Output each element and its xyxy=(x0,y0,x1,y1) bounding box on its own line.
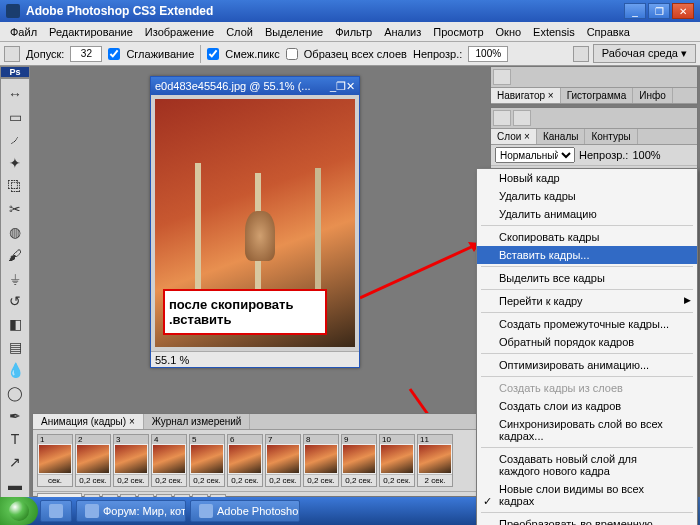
animation-frame[interactable]: 70,2 сек. xyxy=(265,434,301,487)
wand-tool-icon[interactable]: ✦ xyxy=(4,152,26,174)
frame-delay[interactable]: 0,2 сек. xyxy=(342,474,376,486)
panel-icon[interactable] xyxy=(493,69,511,85)
workspace-button[interactable]: Рабочая среда ▾ xyxy=(593,44,696,63)
tolerance-input[interactable] xyxy=(70,46,102,62)
frame-delay[interactable]: 0,2 сек. xyxy=(304,474,338,486)
menu-analysis[interactable]: Анализ xyxy=(378,24,427,40)
frame-delay[interactable]: 0,2 сек. xyxy=(266,474,300,486)
frame-delay[interactable]: 0,2 сек. xyxy=(152,474,186,486)
animation-frame[interactable]: 20,2 сек. xyxy=(75,434,111,487)
frame-delay[interactable]: 0,2 сек. xyxy=(190,474,224,486)
document-titlebar[interactable]: e0d483e45546.jpg @ 55.1% (... _ ❐ ✕ xyxy=(151,77,359,95)
menu-item[interactable]: Удалить анимацию xyxy=(477,205,697,223)
start-button[interactable] xyxy=(0,497,38,525)
close-button[interactable]: ✕ xyxy=(672,3,694,19)
contiguous-checkbox[interactable] xyxy=(207,48,219,60)
blur-tool-icon[interactable]: 💧 xyxy=(4,359,26,381)
frame-delay[interactable]: 0,2 сек. xyxy=(380,474,414,486)
menu-item[interactable]: Преобразовать во временную шкалу xyxy=(477,515,697,525)
animation-frame[interactable]: 100,2 сек. xyxy=(379,434,415,487)
menu-item[interactable]: Оптимизировать анимацию... xyxy=(477,356,697,374)
eraser-tool-icon[interactable]: ◧ xyxy=(4,313,26,335)
menu-item[interactable]: Удалить кадры xyxy=(477,187,697,205)
tab-info[interactable]: Инфо xyxy=(633,88,673,103)
frame-delay[interactable]: сек. xyxy=(38,474,72,486)
move-tool-icon[interactable]: ↔ xyxy=(4,83,26,105)
maximize-button[interactable]: ❐ xyxy=(648,3,670,19)
task-button[interactable] xyxy=(40,500,72,522)
tab-channels[interactable]: Каналы xyxy=(537,129,586,144)
history-brush-icon[interactable]: ↺ xyxy=(4,290,26,312)
menu-image[interactable]: Изображение xyxy=(139,24,220,40)
menu-item[interactable]: Создавать новый слой для каждого нового … xyxy=(477,450,697,480)
menu-item[interactable]: Новые слои видимы во всех кадрах✓ xyxy=(477,480,697,510)
menu-file[interactable]: Файл xyxy=(4,24,43,40)
document-canvas[interactable]: после скопировать .вставить xyxy=(155,99,355,347)
menu-item[interactable]: Обратный порядок кадров xyxy=(477,333,697,351)
zoom-value[interactable]: 55.1 % xyxy=(155,354,189,366)
frame-delay[interactable]: 0,2 сек. xyxy=(114,474,148,486)
document-close-icon[interactable]: ✕ xyxy=(346,80,355,93)
animation-frame[interactable]: 1сек. xyxy=(37,434,73,487)
frame-delay[interactable]: 0,2 сек. xyxy=(228,474,262,486)
frame-delay[interactable]: 0,2 сек. xyxy=(76,474,110,486)
animation-frame[interactable]: 80,2 сек. xyxy=(303,434,339,487)
menu-help[interactable]: Справка xyxy=(581,24,636,40)
menu-window[interactable]: Окно xyxy=(490,24,528,40)
animation-frame[interactable]: 50,2 сек. xyxy=(189,434,225,487)
stamp-tool-icon[interactable]: ⏚ xyxy=(4,267,26,289)
tool-preset-icon[interactable] xyxy=(4,46,20,62)
menu-extensis[interactable]: Extensis xyxy=(527,24,581,40)
menu-select[interactable]: Выделение xyxy=(259,24,329,40)
task-button[interactable]: Adobe Photoshop CS... xyxy=(190,500,300,522)
marquee-tool-icon[interactable]: ▭ xyxy=(4,106,26,128)
menu-item[interactable]: Синхронизировать слой во всех кадрах... xyxy=(477,415,697,445)
all-layers-checkbox[interactable] xyxy=(286,48,298,60)
animation-frame[interactable]: 30,2 сек. xyxy=(113,434,149,487)
tab-measurements[interactable]: Журнал измерений xyxy=(144,414,251,429)
blend-mode-select[interactable]: Нормальный xyxy=(495,147,575,163)
document-maximize-icon[interactable]: ❐ xyxy=(336,80,346,93)
animation-frame[interactable]: 60,2 сек. xyxy=(227,434,263,487)
tab-animation[interactable]: Анимация (кадры) × xyxy=(33,414,144,429)
frame-delay[interactable]: 2 сек. xyxy=(418,474,452,486)
shape-tool-icon[interactable]: ▬ xyxy=(4,474,26,496)
dodge-tool-icon[interactable]: ◯ xyxy=(4,382,26,404)
slice-tool-icon[interactable]: ✂ xyxy=(4,198,26,220)
tab-navigator[interactable]: Навигатор × xyxy=(491,88,561,103)
menu-item[interactable]: Перейти к кадру▶ xyxy=(477,292,697,310)
menu-filter[interactable]: Фильтр xyxy=(329,24,378,40)
opacity-input[interactable] xyxy=(468,46,508,62)
brush-tool-icon[interactable]: 🖌 xyxy=(4,244,26,266)
tab-layers[interactable]: Слои × xyxy=(491,129,537,144)
tab-paths[interactable]: Контуры xyxy=(585,129,637,144)
animation-frame[interactable]: 112 сек. xyxy=(417,434,453,487)
menu-item[interactable]: Скопировать кадры xyxy=(477,228,697,246)
task-button[interactable]: Форум: Мир, которы... xyxy=(76,500,186,522)
lasso-tool-icon[interactable]: ⟋ xyxy=(4,129,26,151)
bridge-icon[interactable] xyxy=(573,46,589,62)
opacity-value[interactable]: 100% xyxy=(632,149,660,161)
crop-tool-icon[interactable]: ⿻ xyxy=(4,175,26,197)
menu-layer[interactable]: Слой xyxy=(220,24,259,40)
animation-frame[interactable]: 40,2 сек. xyxy=(151,434,187,487)
tab-histogram[interactable]: Гистограмма xyxy=(561,88,634,103)
menu-edit[interactable]: Редактирование xyxy=(43,24,139,40)
menu-item[interactable]: Новый кадр xyxy=(477,169,697,187)
ps-badge[interactable]: Ps xyxy=(0,66,30,78)
pen-tool-icon[interactable]: ✒ xyxy=(4,405,26,427)
menu-item[interactable]: Создать слои из кадров xyxy=(477,397,697,415)
type-tool-icon[interactable]: T xyxy=(4,428,26,450)
menu-item[interactable]: Создать промежуточные кадры... xyxy=(477,315,697,333)
panel-icon[interactable] xyxy=(513,110,531,126)
menu-item[interactable]: Вставить кадры... xyxy=(477,246,697,264)
gradient-tool-icon[interactable]: ▤ xyxy=(4,336,26,358)
antialias-checkbox[interactable] xyxy=(108,48,120,60)
menu-view[interactable]: Просмотр xyxy=(427,24,489,40)
panel-icon[interactable] xyxy=(493,110,511,126)
heal-tool-icon[interactable]: ◍ xyxy=(4,221,26,243)
animation-frame[interactable]: 90,2 сек. xyxy=(341,434,377,487)
path-tool-icon[interactable]: ↗ xyxy=(4,451,26,473)
menu-item[interactable]: Выделить все кадры xyxy=(477,269,697,287)
minimize-button[interactable]: _ xyxy=(624,3,646,19)
